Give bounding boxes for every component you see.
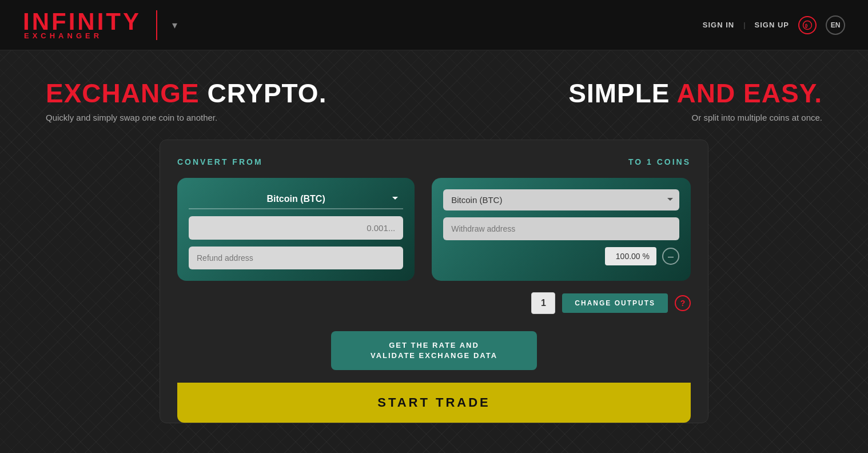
logo-text: INFINITY EXCHANGER bbox=[23, 10, 141, 40]
hero-white-text: CRYPTO. bbox=[200, 78, 327, 108]
remove-output-button[interactable]: – bbox=[662, 248, 679, 265]
logo-divider bbox=[156, 10, 157, 40]
nav-divider: | bbox=[743, 21, 745, 29]
card-columns: Bitcoin (BTC) Bitcoin (BTC) – bbox=[177, 178, 691, 281]
percentage-row: – bbox=[443, 247, 679, 265]
hero-right-white: SIMPLE bbox=[568, 78, 676, 108]
to-coin-select[interactable]: Bitcoin (BTC) bbox=[443, 189, 679, 210]
dropdown-arrow-icon[interactable]: ▾ bbox=[172, 19, 177, 31]
hero-red-text: EXCHANGE bbox=[46, 78, 200, 108]
from-coin-select[interactable]: Bitcoin (BTC) bbox=[189, 189, 403, 209]
sign-in-link[interactable]: SIGN IN bbox=[703, 21, 734, 29]
remove-icon: – bbox=[668, 251, 674, 261]
logo-infinity: INFINITY bbox=[23, 10, 141, 34]
exchange-card: CONVERT FROM TO 1 COINS Bitcoin (BTC) Bi… bbox=[160, 140, 708, 423]
outputs-row: 1 CHANGE OUTPUTS ? bbox=[177, 281, 691, 322]
logo-area: INFINITY EXCHANGER ▾ bbox=[23, 10, 177, 40]
withdraw-address-input[interactable] bbox=[443, 217, 679, 240]
crypto-icon-button[interactable]: ₿ bbox=[798, 16, 817, 34]
logo-exchanger: EXCHANGER bbox=[23, 31, 102, 40]
refund-address-input[interactable] bbox=[189, 247, 403, 269]
change-outputs-button[interactable]: CHANGE OUTPUTS bbox=[562, 293, 668, 313]
nav-right: SIGN IN | SIGN UP ₿ EN bbox=[703, 15, 845, 35]
hero-right-heading: SIMPLE AND EASY. bbox=[568, 79, 822, 108]
hero-right-red: AND EASY. bbox=[677, 78, 822, 108]
btc-icon: ₿ bbox=[802, 20, 813, 30]
sign-up-link[interactable]: SIGN UP bbox=[755, 21, 789, 29]
svg-text:₿: ₿ bbox=[805, 23, 808, 28]
help-icon: ? bbox=[680, 299, 686, 308]
get-rate-label: GET THE RATE AND VALIDATE EXCHANGE DATA bbox=[371, 341, 497, 360]
help-button[interactable]: ? bbox=[675, 295, 691, 311]
convert-from-label: CONVERT FROM bbox=[177, 157, 263, 166]
card-bottom-section: GET THE RATE AND VALIDATE EXCHANGE DATA … bbox=[177, 322, 691, 423]
card-header: CONVERT FROM TO 1 COINS bbox=[177, 157, 691, 166]
hero-section: EXCHANGE CRYPTO. Quickly and simply swap… bbox=[46, 79, 822, 122]
percentage-input[interactable] bbox=[605, 247, 656, 265]
amount-input[interactable] bbox=[189, 216, 403, 240]
hero-left-heading: EXCHANGE CRYPTO. bbox=[46, 79, 327, 108]
hero-right-subtext: Or split into multiple coins at once. bbox=[568, 113, 822, 122]
outputs-count: 1 bbox=[531, 292, 555, 314]
header: INFINITY EXCHANGER ▾ SIGN IN | SIGN UP ₿… bbox=[0, 0, 868, 50]
from-panel: Bitcoin (BTC) bbox=[177, 178, 415, 281]
hero-left-subtext: Quickly and simply swap one coin to anot… bbox=[46, 113, 327, 122]
start-trade-button[interactable]: START TRADE bbox=[177, 383, 691, 423]
main-content: EXCHANGE CRYPTO. Quickly and simply swap… bbox=[0, 50, 868, 423]
get-rate-button[interactable]: GET THE RATE AND VALIDATE EXCHANGE DATA bbox=[331, 331, 537, 370]
language-selector[interactable]: EN bbox=[826, 15, 845, 35]
hero-right: SIMPLE AND EASY. Or split into multiple … bbox=[568, 79, 822, 122]
to-coins-label: TO 1 COINS bbox=[628, 157, 691, 166]
to-panel: Bitcoin (BTC) – bbox=[432, 178, 691, 281]
hero-left: EXCHANGE CRYPTO. Quickly and simply swap… bbox=[46, 79, 327, 122]
